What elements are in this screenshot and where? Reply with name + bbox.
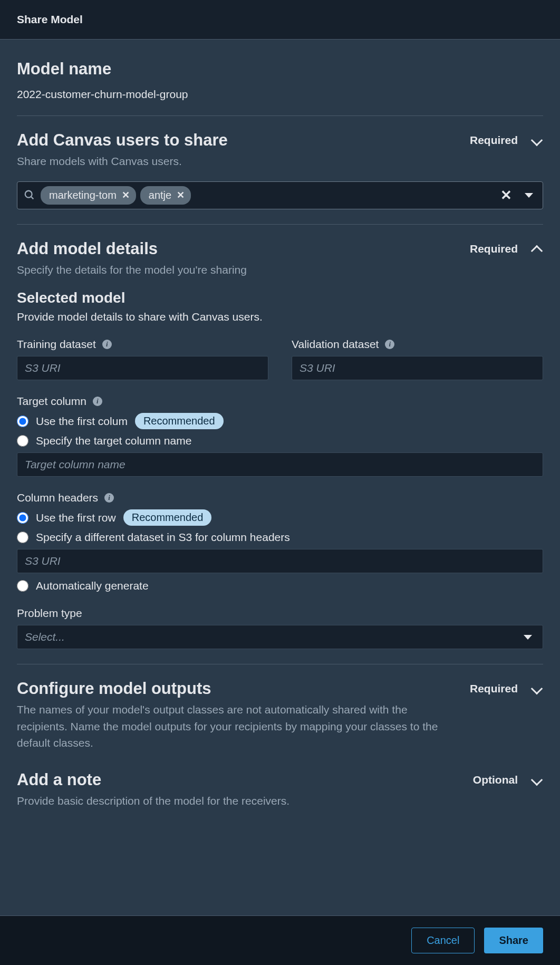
headers-first-row-radio[interactable] [17, 512, 28, 524]
model-outputs-subtitle: The names of your model's output classes… [17, 701, 459, 751]
selected-model-title: Selected model [17, 290, 543, 306]
canvas-users-subtitle: Share models with Canvas users. [17, 153, 228, 170]
user-tag-label: antje [149, 189, 171, 201]
chevron-down-icon[interactable] [531, 774, 543, 786]
target-column-label: Target column [17, 395, 86, 408]
training-dataset-input[interactable] [17, 356, 268, 380]
search-icon [24, 189, 35, 201]
chevron-up-icon[interactable] [531, 245, 543, 257]
dialog-footer: Cancel Share [0, 915, 560, 965]
model-outputs-required: Required [470, 682, 518, 695]
section-model-outputs: Configure model outputs The names of you… [17, 664, 543, 766]
validation-dataset-input[interactable] [292, 356, 543, 380]
target-specify-radio[interactable] [17, 435, 28, 447]
section-model-details: Add model details Specify the details fo… [17, 225, 543, 665]
headers-s3-label: Specify a different dataset in S3 for co… [36, 531, 290, 544]
remove-tag-icon[interactable]: ✕ [177, 189, 185, 201]
canvas-users-input[interactable]: marketing-tom ✕ antje ✕ ✕ [17, 181, 543, 209]
headers-auto-radio[interactable] [17, 580, 28, 592]
info-icon[interactable]: i [104, 493, 114, 503]
target-first-column-radio[interactable] [17, 416, 28, 427]
dialog-title: Share Model [17, 13, 83, 25]
recommended-badge: Recommended [135, 413, 224, 429]
svg-line-1 [31, 197, 34, 199]
canvas-users-title: Add Canvas users to share [17, 131, 228, 150]
model-name-title: Model name [17, 60, 543, 79]
target-specify-label: Specify the target column name [36, 435, 191, 447]
problem-type-label: Problem type [17, 607, 82, 620]
dropdown-caret-icon [524, 635, 532, 640]
headers-auto-label: Automatically generate [36, 580, 149, 592]
dropdown-caret-icon[interactable] [525, 193, 533, 198]
canvas-users-required: Required [470, 134, 518, 147]
model-details-subtitle: Specify the details for the model you're… [17, 262, 247, 278]
problem-type-placeholder: Select... [25, 631, 65, 643]
share-button[interactable]: Share [484, 928, 543, 953]
recommended-badge: Recommended [123, 509, 212, 526]
model-outputs-title: Configure model outputs [17, 679, 459, 698]
user-tag[interactable]: antje ✕ [140, 186, 191, 205]
user-tags: marketing-tom ✕ antje ✕ [41, 186, 491, 205]
user-tag[interactable]: marketing-tom ✕ [41, 186, 136, 205]
target-column-name-input[interactable] [17, 452, 543, 477]
dialog-content: Model name 2022-customer-churn-model-gro… [0, 40, 560, 915]
headers-s3-radio[interactable] [17, 532, 28, 543]
section-add-note: Add a note Provide basic description of … [17, 766, 543, 824]
section-model-name: Model name 2022-customer-churn-model-gro… [17, 45, 543, 116]
problem-type-select[interactable]: Select... [17, 625, 543, 649]
clear-all-icon[interactable]: ✕ [496, 187, 516, 204]
chevron-down-icon[interactable] [531, 134, 543, 147]
info-icon[interactable]: i [385, 340, 394, 349]
headers-s3-input[interactable] [17, 549, 543, 573]
add-note-subtitle: Provide basic description of the model f… [17, 793, 289, 809]
user-tag-label: marketing-tom [49, 189, 117, 201]
model-name-value: 2022-customer-churn-model-group [17, 88, 543, 101]
dialog-header: Share Model [0, 0, 560, 40]
add-note-optional: Optional [473, 774, 518, 786]
section-canvas-users: Add Canvas users to share Share models w… [17, 116, 543, 225]
svg-point-0 [25, 191, 32, 198]
headers-first-row-label: Use the first row [36, 512, 116, 524]
selected-model-sub: Provide model details to share with Canv… [17, 311, 543, 323]
validation-dataset-label: Validation dataset [292, 338, 379, 351]
model-details-title: Add model details [17, 239, 247, 258]
info-icon[interactable]: i [93, 397, 102, 406]
add-note-title: Add a note [17, 770, 289, 789]
remove-tag-icon[interactable]: ✕ [122, 189, 130, 201]
chevron-down-icon[interactable] [531, 683, 543, 695]
training-dataset-label: Training dataset [17, 338, 96, 351]
cancel-button[interactable]: Cancel [411, 928, 475, 953]
model-details-required: Required [470, 243, 518, 255]
target-first-column-label: Use the first colum [36, 415, 128, 428]
info-icon[interactable]: i [102, 340, 112, 349]
column-headers-label: Column headers [17, 491, 98, 504]
